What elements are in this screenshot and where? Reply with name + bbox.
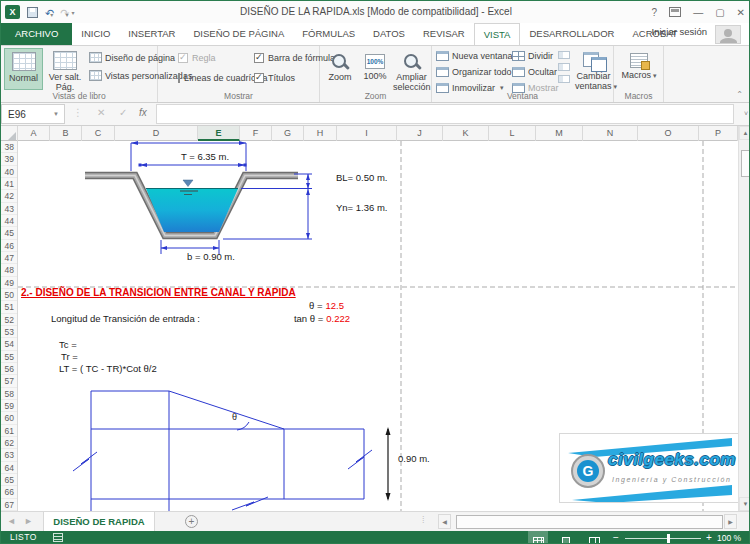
ribbon-tab-vista[interactable]: VISTA [474,23,521,45]
column-header-O[interactable]: O [638,126,699,141]
macros-button[interactable]: Macros [620,48,658,90]
scroll-right-icon[interactable]: ▶ [724,514,737,529]
cancel-formula-icon[interactable]: ✕ [97,107,105,118]
checkbox-regla[interactable]: Regla [178,53,248,63]
row-header-39[interactable]: 39 [1,153,17,165]
row-header-53[interactable]: 53 [1,326,17,338]
record-macro-icon[interactable] [53,533,63,542]
new-sheet-icon[interactable]: + [185,515,198,528]
button-dividir[interactable]: Dividir [512,51,553,61]
column-header-C[interactable]: C [82,126,115,141]
ribbon-tab-datos[interactable]: DATOS [364,23,414,45]
sheet-tab-diseno-de-rapida[interactable]: DISEÑO DE RAPIDA [43,512,155,531]
minimize-icon[interactable]: — [693,7,703,18]
sheet-canvas[interactable]: T = 6.35 m. BL= 0.50 m. Yn= 1.36 m. b = … [18,141,738,511]
page-layout-status-button[interactable] [556,531,576,544]
row-header-41[interactable]: 41 [1,178,17,190]
row-header-65[interactable]: 65 [1,474,17,486]
row-header-43[interactable]: 43 [1,203,17,215]
ribbon-tab-desarrollador[interactable]: DESARROLLADOR [520,23,623,45]
zoom-slider-track[interactable] [625,538,701,539]
column-header-E[interactable]: E [198,126,240,141]
column-header-P[interactable]: P [699,126,738,141]
ribbon-display-options-icon[interactable] [669,7,681,17]
watermark-logo[interactable]: G civilgeeks.com Ingeniería y Construcci… [559,433,738,503]
zoom-slider-thumb[interactable] [667,534,670,543]
formula-input[interactable] [156,104,734,124]
column-header-G[interactable]: G [272,126,304,141]
ribbon-tab-inicio[interactable]: INICIO [72,23,119,45]
row-header-56[interactable]: 56 [1,363,17,375]
row-header-48[interactable]: 48 [1,264,17,276]
normal-view-status-button[interactable] [528,531,548,544]
button-ocultar[interactable]: Ocultar [512,67,557,77]
row-header-40[interactable]: 40 [1,166,17,178]
column-header-F[interactable]: F [240,126,272,141]
row-header-62[interactable]: 62 [1,437,17,449]
switch-windows-button[interactable]: Cambiarventanas [575,48,612,90]
zoom-100-button[interactable]: 100% [359,48,391,90]
row-header-57[interactable]: 57 [1,375,17,387]
row-header-50[interactable]: 50 [1,289,17,301]
page-break-preview-button[interactable]: Ver salt.Pág. [45,48,85,90]
row-header-58[interactable]: 58 [1,388,17,400]
maximize-icon[interactable]: ▢ [715,7,724,18]
row-header-42[interactable]: 42 [1,190,17,202]
close-icon[interactable]: ✕ [737,7,745,18]
horizontal-scroll-thumb[interactable] [456,515,723,529]
vertical-scroll-thumb[interactable] [741,150,750,177]
column-header-D[interactable]: D [115,126,198,141]
tab-splitter[interactable]: ⁞ [422,515,425,525]
row-header-46[interactable]: 46 [1,240,17,252]
sheet-nav-arrows[interactable]: ◄► [7,516,41,526]
row-header-61[interactable]: 61 [1,425,17,437]
row-header-67[interactable]: 67 [1,499,17,511]
row-header-49[interactable]: 49 [1,277,17,289]
vertical-scrollbar[interactable]: ▲ ▼ [738,126,750,511]
normal-view-button[interactable]: Normal [4,48,43,90]
zoom-button[interactable]: Zoom [323,48,357,90]
row-header-60[interactable]: 60 [1,412,17,424]
row-header-51[interactable]: 51 [1,301,17,313]
view-side-by-side-icon[interactable] [558,51,570,59]
row-header-38[interactable]: 38 [1,141,17,153]
row-header-52[interactable]: 52 [1,314,17,326]
transition-plan-drawing[interactable] [73,391,372,511]
ribbon-tab-diseño-de-página[interactable]: DISEÑO DE PÁGINA [185,23,294,45]
ribbon-tab-revisar[interactable]: REVISAR [414,23,474,45]
column-header-M[interactable]: M [536,126,583,141]
row-header-55[interactable]: 55 [1,351,17,363]
column-header-K[interactable]: K [443,126,489,141]
user-avatar[interactable] [715,25,741,44]
ribbon-tab-insertar[interactable]: INSERTAR [119,23,184,45]
collapse-ribbon-icon[interactable]: ⌃ [736,90,743,99]
row-header-63[interactable]: 63 [1,449,17,461]
ribbon-tab-fórmulas[interactable]: FÓRMULAS [293,23,364,45]
select-all-corner[interactable] [1,126,18,141]
row-header-45[interactable]: 45 [1,227,17,239]
scroll-down-icon[interactable]: ▼ [739,497,750,511]
enter-formula-icon[interactable]: ✓ [119,107,127,118]
reset-window-position-icon[interactable] [558,75,570,83]
column-header-J[interactable]: J [397,126,443,141]
ribbon-tab-archivo[interactable]: ARCHIVO [1,23,72,45]
row-header-64[interactable]: 64 [1,462,17,474]
column-header-L[interactable]: L [489,126,536,141]
sign-in-link[interactable]: Iniciar sesión [652,26,707,37]
row-header-66[interactable]: 66 [1,486,17,498]
row-header-59[interactable]: 59 [1,400,17,412]
horizontal-scrollbar[interactable]: ◀ ▶ [438,513,738,530]
scroll-up-icon[interactable]: ▲ [739,126,750,140]
zoom-out-icon[interactable]: − [613,532,619,543]
column-header-H[interactable]: H [304,126,337,141]
button-organizar-todo[interactable]: Organizar todo [436,67,512,77]
help-icon[interactable]: ? [652,7,658,18]
zoom-percentage[interactable]: 100 % [717,533,741,543]
row-header-54[interactable]: 54 [1,338,17,350]
row-header-47[interactable]: 47 [1,252,17,264]
column-header-N[interactable]: N [583,126,638,141]
column-header-I[interactable]: I [337,126,397,141]
page-break-status-button[interactable] [584,531,604,544]
synchronous-scrolling-icon[interactable] [558,63,570,71]
zoom-to-selection-button[interactable]: Ampliarselección [393,48,430,90]
